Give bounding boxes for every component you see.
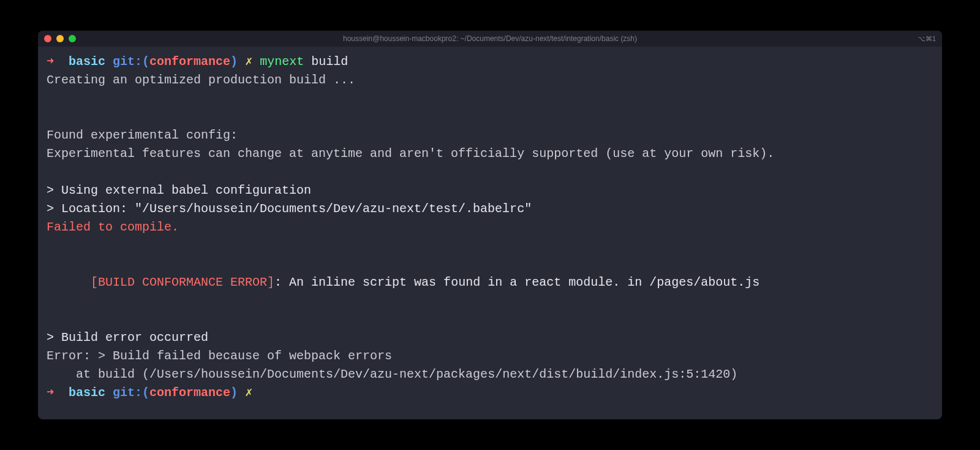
git-prefix: git:( bbox=[105, 53, 149, 71]
git-dirty-icon: ✗ bbox=[245, 384, 252, 402]
prompt-dir: basic bbox=[69, 53, 105, 71]
git-dirty-icon: ✗ bbox=[245, 53, 260, 71]
window-title: houssein@houssein-macbookpro2: ~/Documen… bbox=[343, 34, 637, 43]
output-line bbox=[47, 108, 933, 126]
terminal-body[interactable]: ➜ basic git:( conformance ) ✗ mynext bui… bbox=[38, 47, 942, 419]
output-line bbox=[47, 90, 933, 108]
maximize-icon[interactable] bbox=[69, 35, 76, 42]
git-suffix: ) bbox=[230, 384, 245, 402]
output-line: Experimental features can change at anyt… bbox=[47, 145, 933, 163]
output-line: Found experimental config: bbox=[47, 126, 933, 145]
command-arg: build bbox=[304, 53, 348, 71]
output-line: Creating an optimized production build .… bbox=[47, 71, 933, 90]
prompt-line: ➜ basic git:( conformance ) ✗ bbox=[47, 384, 933, 402]
output-line: > Using external babel configuration bbox=[47, 181, 933, 200]
git-branch: conformance bbox=[149, 384, 230, 402]
error-tag: [BUILD CONFORMANCE ERROR] bbox=[91, 275, 274, 289]
git-prefix: git:( bbox=[105, 384, 149, 402]
close-icon[interactable] bbox=[44, 35, 51, 42]
conformance-error-line: [BUILD CONFORMANCE ERROR]: An inline scr… bbox=[47, 255, 933, 310]
output-line bbox=[47, 237, 933, 255]
traffic-lights bbox=[44, 35, 76, 42]
prompt-arrow-icon: ➜ bbox=[47, 384, 69, 402]
output-line bbox=[47, 310, 933, 329]
prompt-dir: basic bbox=[69, 384, 105, 402]
output-line: > Location: "/Users/houssein/Documents/D… bbox=[47, 200, 933, 218]
git-suffix: ) bbox=[230, 53, 245, 71]
terminal-window: houssein@houssein-macbookpro2: ~/Documen… bbox=[38, 31, 942, 419]
output-line: at build (/Users/houssein/Documents/Dev/… bbox=[47, 365, 933, 384]
output-line bbox=[47, 163, 933, 181]
prompt-line: ➜ basic git:( conformance ) ✗ mynext bui… bbox=[47, 53, 933, 71]
output-line: > Build error occurred bbox=[47, 329, 933, 347]
error-message: : An inline script was found in a react … bbox=[274, 275, 760, 289]
shell-indicator: ⌥⌘1 bbox=[918, 35, 936, 43]
output-line: Error: > Build failed because of webpack… bbox=[47, 347, 933, 365]
title-bar: houssein@houssein-macbookpro2: ~/Documen… bbox=[38, 31, 942, 47]
command-binary: mynext bbox=[260, 53, 304, 71]
prompt-arrow-icon: ➜ bbox=[47, 53, 69, 71]
git-branch: conformance bbox=[149, 53, 230, 71]
error-line: Failed to compile. bbox=[47, 218, 933, 237]
minimize-icon[interactable] bbox=[56, 35, 64, 42]
